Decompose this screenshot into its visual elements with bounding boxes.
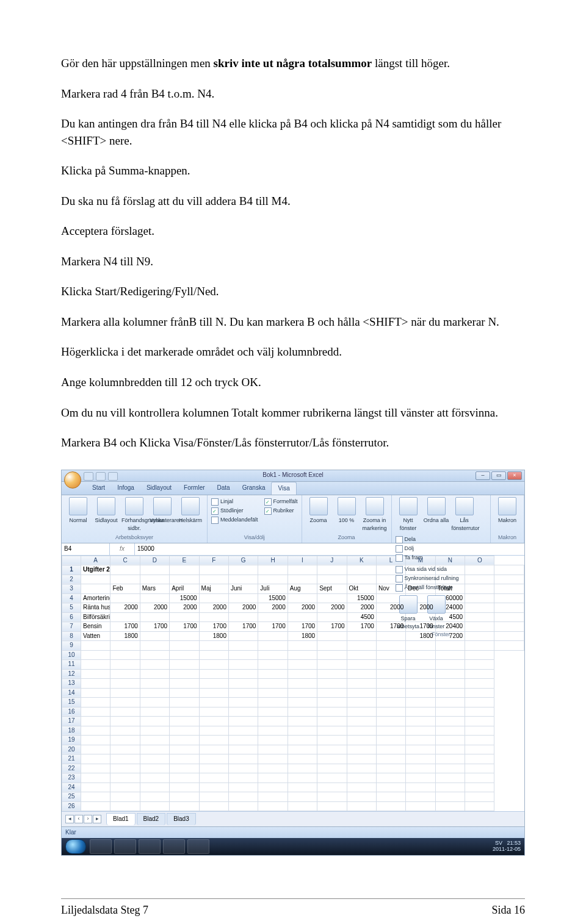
cell[interactable] [140, 565, 169, 575]
cell[interactable] [406, 679, 435, 689]
cell[interactable] [406, 745, 435, 754]
row-header[interactable]: 18 [62, 726, 81, 736]
cell[interactable] [406, 688, 435, 698]
btn-vyhanteraren[interactable]: Vyhanteraren [150, 497, 175, 525]
cell[interactable]: April [170, 584, 199, 594]
cell[interactable] [199, 650, 228, 660]
cell[interactable] [376, 688, 405, 698]
cell[interactable] [228, 754, 258, 764]
cell[interactable]: Juli [258, 584, 288, 594]
btn-sidbrytning[interactable]: Förhandsgranska sidbr. [121, 497, 147, 532]
cell[interactable] [435, 688, 465, 698]
cell[interactable] [170, 745, 199, 754]
cell[interactable] [406, 754, 435, 764]
cell[interactable] [435, 660, 465, 670]
qat-save-icon[interactable] [84, 472, 93, 481]
cell[interactable] [376, 669, 405, 679]
cell[interactable] [435, 698, 465, 707]
cell[interactable]: 2000 [170, 603, 199, 613]
row-header[interactable]: 15 [62, 698, 81, 707]
cell[interactable] [376, 726, 405, 736]
fx-icon[interactable]: fx [110, 543, 135, 555]
cell[interactable] [199, 792, 228, 802]
cell[interactable] [199, 660, 228, 670]
cell[interactable] [435, 650, 465, 660]
cell[interactable] [258, 764, 288, 773]
btn-makron[interactable]: Makron [494, 497, 520, 525]
cell[interactable] [288, 575, 317, 584]
cell[interactable] [228, 773, 258, 783]
cell[interactable] [228, 726, 258, 736]
cell[interactable] [376, 717, 405, 726]
cell[interactable] [170, 726, 199, 736]
cell[interactable] [406, 726, 435, 736]
row-header[interactable]: 1 [62, 565, 81, 575]
cell[interactable] [228, 679, 258, 689]
tab-granska[interactable]: Granska [236, 482, 272, 495]
cell[interactable] [140, 669, 169, 679]
taskbar-app-3[interactable] [139, 839, 161, 854]
col-header[interactable]: F [199, 556, 228, 565]
cell[interactable]: Vatten [81, 631, 110, 641]
sheet-tab-2[interactable]: Blad2 [137, 813, 166, 825]
cell[interactable] [258, 801, 288, 811]
cell[interactable] [347, 783, 376, 792]
cell[interactable] [140, 660, 169, 670]
cell[interactable] [465, 745, 494, 754]
cell[interactable] [376, 783, 405, 792]
taskbar-app-2[interactable] [114, 839, 136, 854]
cell[interactable] [317, 698, 347, 707]
cell[interactable] [376, 679, 405, 689]
cell[interactable] [199, 669, 228, 679]
taskbar-app-4[interactable] [163, 839, 185, 854]
cell[interactable] [140, 593, 169, 603]
col-header[interactable]: D [140, 556, 169, 565]
cell[interactable]: 1700 [140, 622, 169, 632]
cell[interactable] [317, 783, 347, 792]
cell[interactable] [376, 754, 405, 764]
cell[interactable] [228, 688, 258, 698]
tab-sidlayout[interactable]: Sidlayout [140, 482, 178, 495]
btn-100[interactable]: 100 % [334, 497, 360, 525]
cell[interactable] [288, 679, 317, 689]
chk-meddelandefalt[interactable]: Meddelandefält [211, 515, 258, 525]
cell[interactable] [228, 641, 258, 651]
cell[interactable] [199, 612, 228, 622]
cell[interactable] [199, 801, 228, 811]
cell[interactable] [81, 717, 110, 726]
cell[interactable] [140, 745, 169, 754]
cell[interactable] [258, 565, 288, 575]
cell[interactable] [81, 575, 110, 584]
sheet-tab-3[interactable]: Blad3 [167, 813, 196, 825]
tab-formler[interactable]: Formler [178, 482, 211, 495]
cell[interactable] [347, 641, 376, 651]
cell[interactable] [435, 801, 465, 811]
cell[interactable] [170, 575, 199, 584]
cell[interactable] [228, 650, 258, 660]
cell[interactable] [347, 745, 376, 754]
cell[interactable]: 15000 [170, 593, 199, 603]
cell[interactable] [228, 575, 258, 584]
cell[interactable] [140, 575, 169, 584]
cell[interactable] [317, 679, 347, 689]
cell[interactable] [494, 603, 524, 613]
cell[interactable] [199, 575, 228, 584]
cell[interactable]: 1800 [199, 631, 228, 641]
cell[interactable] [199, 783, 228, 792]
cell[interactable] [288, 593, 317, 603]
cell[interactable] [199, 754, 228, 764]
cell[interactable]: 2000 [110, 603, 140, 613]
cell[interactable] [228, 736, 258, 745]
btn-zoom-selection[interactable]: Zooma in markering [362, 497, 388, 532]
cell[interactable] [465, 773, 494, 783]
row-header[interactable]: 10 [62, 650, 81, 660]
cell[interactable] [199, 565, 228, 575]
cell[interactable] [347, 631, 376, 641]
cell[interactable] [81, 754, 110, 764]
cell[interactable] [81, 783, 110, 792]
tab-nav-next[interactable]: › [84, 815, 92, 823]
cell[interactable] [376, 707, 405, 717]
row-header[interactable]: 13 [62, 679, 81, 689]
cell[interactable] [288, 660, 317, 670]
cell[interactable] [435, 736, 465, 745]
